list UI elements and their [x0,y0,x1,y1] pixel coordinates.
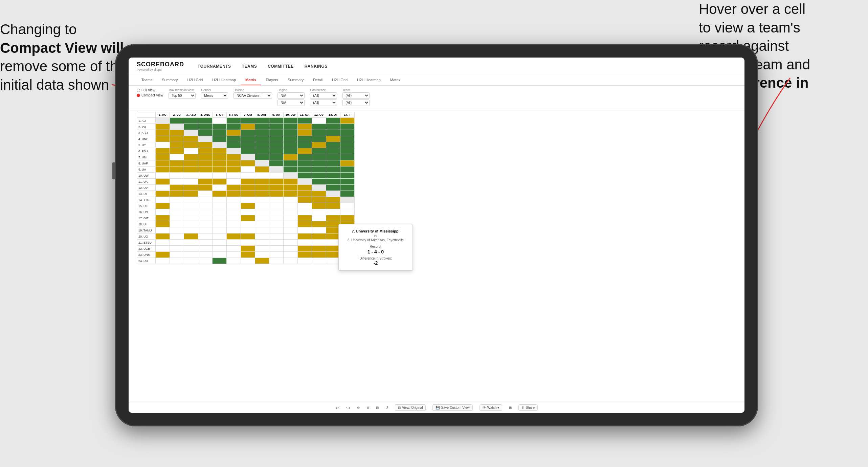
filter-team-select1[interactable]: (All) [342,92,370,99]
matrix-cell[interactable] [241,240,255,246]
toolbar-undo[interactable]: ↩ [335,405,339,410]
matrix-cell[interactable] [312,240,326,246]
matrix-cell[interactable] [255,221,269,227]
nav-rankings[interactable]: RANKINGS [305,64,328,69]
matrix-cell[interactable] [227,118,241,124]
matrix-cell[interactable] [241,215,255,221]
tab-summary[interactable]: Summary [157,75,182,85]
matrix-cell[interactable] [170,130,184,136]
matrix-cell[interactable] [184,166,198,173]
full-view-radio[interactable] [137,89,140,92]
matrix-cell[interactable] [340,148,355,154]
filter-team-select2[interactable]: (All) [342,99,370,106]
matrix-cell[interactable] [156,258,170,264]
matrix-cell[interactable] [326,148,340,154]
matrix-cell[interactable] [227,136,241,142]
matrix-cell[interactable] [269,118,284,124]
matrix-cell[interactable] [269,136,284,142]
matrix-cell[interactable] [170,258,184,264]
nav-tournaments[interactable]: TOURNAMENTS [198,64,231,69]
matrix-cell[interactable] [312,130,326,136]
matrix-cell[interactable] [255,179,269,185]
matrix-cell[interactable] [255,173,269,179]
matrix-cell[interactable] [241,160,255,166]
matrix-cell[interactable] [170,136,184,142]
matrix-cell[interactable] [284,252,298,258]
matrix-cell[interactable] [227,252,241,258]
matrix-cell[interactable] [326,191,340,197]
matrix-cell[interactable] [284,154,298,160]
toolbar-view-original[interactable]: ⊡ View: Original [395,404,426,411]
matrix-cell[interactable] [184,118,198,124]
matrix-cell[interactable] [340,191,355,197]
matrix-cell[interactable] [340,136,355,142]
matrix-cell[interactable] [284,124,298,130]
matrix-cell[interactable] [227,166,241,173]
matrix-cell[interactable] [227,246,241,252]
matrix-cell[interactable] [156,185,170,191]
matrix-cell[interactable] [298,209,312,215]
matrix-cell[interactable] [241,130,255,136]
matrix-cell[interactable] [312,142,326,148]
matrix-cell[interactable] [170,234,184,240]
matrix-cell[interactable] [312,136,326,142]
matrix-cell[interactable] [227,148,241,154]
matrix-cell[interactable] [213,136,227,142]
filter-division-select[interactable]: NCAA Division I [233,92,272,99]
matrix-cell[interactable] [298,130,312,136]
matrix-cell[interactable] [326,154,340,160]
matrix-cell[interactable] [298,240,312,246]
matrix-cell[interactable] [241,221,255,227]
matrix-cell[interactable] [241,191,255,197]
matrix-cell[interactable] [255,154,269,160]
matrix-cell[interactable] [284,136,298,142]
matrix-cell[interactable] [340,203,355,209]
matrix-cell[interactable] [255,124,269,130]
matrix-cell[interactable] [241,118,255,124]
matrix-cell[interactable] [269,203,284,209]
matrix-cell[interactable] [184,252,198,258]
matrix-cell[interactable] [298,142,312,148]
matrix-cell[interactable] [156,227,170,234]
matrix-cell[interactable] [255,197,269,203]
matrix-cell[interactable] [184,203,198,209]
matrix-cell[interactable] [298,252,312,258]
toolbar-watch[interactable]: 👁 Watch ▾ [480,404,503,411]
matrix-cell[interactable] [298,227,312,234]
matrix-cell[interactable] [284,166,298,173]
tab-h2h-heatmap2[interactable]: H2H Heatmap [352,75,385,85]
matrix-cell[interactable] [298,221,312,227]
matrix-cell[interactable] [213,148,227,154]
tab-matrix[interactable]: Matrix [241,75,261,85]
matrix-cell[interactable] [213,252,227,258]
matrix-cell[interactable] [255,209,269,215]
matrix-cell[interactable] [340,166,355,173]
matrix-cell[interactable] [269,179,284,185]
matrix-cell[interactable] [198,160,213,166]
matrix-cell[interactable] [156,142,170,148]
matrix-cell[interactable] [298,179,312,185]
full-view-option[interactable]: Full View [137,88,163,92]
matrix-cell[interactable] [326,185,340,191]
matrix-cell[interactable] [326,118,340,124]
matrix-cell[interactable] [156,173,170,179]
matrix-cell[interactable] [340,118,355,124]
matrix-cell[interactable] [198,227,213,234]
matrix-cell[interactable] [184,227,198,234]
matrix-cell[interactable] [184,191,198,197]
matrix-cell[interactable] [241,136,255,142]
matrix-cell[interactable] [170,166,184,173]
matrix-cell[interactable] [312,221,326,227]
matrix-cell[interactable] [298,148,312,154]
matrix-cell[interactable] [340,154,355,160]
matrix-cell[interactable] [255,191,269,197]
matrix-cell[interactable] [156,240,170,246]
matrix-cell[interactable] [198,173,213,179]
matrix-cell[interactable] [170,215,184,221]
matrix-cell[interactable] [326,142,340,148]
matrix-cell[interactable] [269,185,284,191]
matrix-cell[interactable] [184,221,198,227]
matrix-cell[interactable] [213,130,227,136]
matrix-cell[interactable] [184,173,198,179]
matrix-cell[interactable] [198,185,213,191]
